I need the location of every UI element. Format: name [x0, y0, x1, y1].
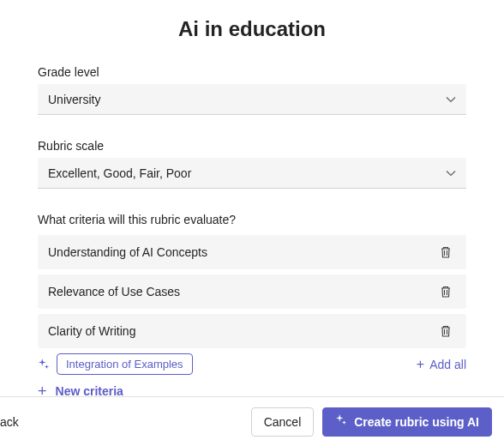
- delete-icon[interactable]: [435, 321, 456, 341]
- add-all-label: Add all: [429, 358, 466, 371]
- criteria-row[interactable]: Clarity of Writing: [38, 314, 466, 348]
- sparkle-icon: [335, 414, 347, 429]
- grade-level-label: Grade level: [38, 65, 466, 79]
- rubric-scale-value: Excellent, Good, Fair, Poor: [48, 166, 191, 180]
- page-title: Ai in education: [38, 17, 466, 41]
- plus-icon: +: [417, 358, 424, 371]
- rubric-scale-label: Rubric scale: [38, 139, 466, 153]
- chevron-down-icon: [446, 168, 456, 178]
- suggestion-chip[interactable]: Integration of Examples: [57, 353, 193, 375]
- create-rubric-label: Create rubric using AI: [354, 415, 479, 429]
- chevron-down-icon: [446, 94, 456, 105]
- create-rubric-button[interactable]: Create rubric using AI: [322, 407, 492, 437]
- criteria-question: What criteria will this rubric evaluate?: [38, 213, 466, 226]
- grade-level-value: University: [48, 93, 100, 106]
- delete-icon[interactable]: [435, 281, 456, 302]
- footer-bar: ack Cancel Create rubric using AI: [0, 396, 504, 446]
- criteria-row[interactable]: Relevance of Use Cases: [38, 274, 466, 309]
- delete-icon[interactable]: [435, 242, 456, 262]
- add-all-button[interactable]: + Add all: [417, 358, 466, 371]
- sparkle-icon: [38, 359, 50, 371]
- grade-level-select[interactable]: University: [38, 84, 466, 115]
- criteria-text: Clarity of Writing: [48, 324, 135, 338]
- criteria-list: Understanding of AI ConceptsRelevance of…: [38, 235, 466, 348]
- criteria-row[interactable]: Understanding of AI Concepts: [38, 235, 466, 269]
- criteria-text: Relevance of Use Cases: [48, 285, 180, 298]
- rubric-scale-select[interactable]: Excellent, Good, Fair, Poor: [38, 158, 466, 189]
- cancel-button[interactable]: Cancel: [251, 407, 315, 437]
- back-button-fragment[interactable]: ack: [0, 415, 19, 429]
- criteria-text: Understanding of AI Concepts: [48, 245, 207, 259]
